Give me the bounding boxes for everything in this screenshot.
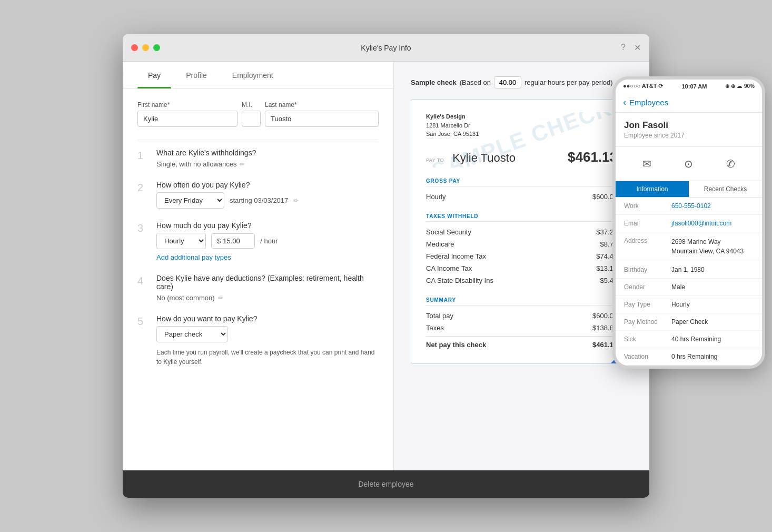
minimize-button[interactable] (142, 44, 149, 51)
tab-pay[interactable]: Pay (137, 62, 171, 88)
tab-profile[interactable]: Profile (175, 62, 217, 88)
right-panel: Sample check (Based on regular hours per… (394, 62, 649, 470)
ca-sdi-label: CA State Disability Ins (426, 277, 493, 284)
employee-since: Employee since 2017 (624, 132, 754, 139)
tab-employment[interactable]: Employment (222, 62, 284, 88)
left-panel: Pay Profile Employment First name* (123, 62, 394, 470)
close-icon[interactable]: ✕ (634, 43, 641, 53)
taxes-summary-label: Taxes (426, 324, 444, 332)
net-pay-label: Net pay this check (426, 341, 486, 349)
pay-type-select[interactable]: Hourly Salary (156, 233, 206, 249)
section-pay-amount: 3 How much do you pay Kylie? Hourly Sala… (137, 221, 379, 261)
ca-sdi-row: CA State Disability Ins $5.40 (426, 274, 617, 287)
pay-to-name: Kylie Tuosto (452, 151, 516, 165)
traffic-lights (131, 44, 160, 51)
section-5-title: How do you want to pay Kylie? (156, 314, 379, 323)
battery-label: ⊕ ⊕ ☁ 90% (725, 83, 755, 89)
phone-contact-icon[interactable]: ✆ (721, 154, 740, 173)
section-3-row: Hourly Salary $ / hour (156, 233, 379, 249)
ss-label: Social Security (426, 228, 471, 236)
check-pay-to-row: PAY TO Kylie Tuosto $461.13 (426, 149, 617, 165)
sick-value: 40 hrs Remaining (671, 336, 754, 343)
vacation-label: Vacation (624, 353, 671, 360)
work-label: Work (624, 202, 671, 210)
back-arrow-icon[interactable]: ‹ (623, 97, 626, 108)
federal-tax-label: Federal Income Tax (426, 252, 486, 260)
main-window: Kylie's Pay Info ? ✕ Pay Profile Employm… (123, 34, 649, 498)
section-5-body: How do you want to pay Kylie? Paper chec… (156, 314, 379, 367)
first-name-label: First name* (137, 101, 237, 109)
federal-tax-row: Federal Income Tax $74.40 (426, 250, 617, 262)
section-1-value: Single, with no allowances ✏ (156, 160, 379, 168)
phone-tab-recent-checks[interactable]: Recent Checks (689, 181, 762, 197)
last-name-input[interactable] (265, 111, 379, 127)
section-2-edit-icon[interactable]: ✏ (293, 197, 299, 204)
mi-input[interactable] (242, 111, 261, 127)
phone-tab-bar: Information Recent Checks (616, 181, 762, 198)
check-amount: $461.13 (568, 149, 617, 165)
section-3-title: How much do you pay Kylie? (156, 221, 379, 230)
titlebar: Kylie's Pay Info ? ✕ (123, 34, 649, 62)
starting-date: starting 03/03/2017 (230, 196, 288, 204)
time-label: 10:07 AM (681, 83, 707, 90)
section-5-row: Paper check Direct deposit (156, 326, 379, 342)
section-deductions: 4 Does Kylie have any deductions? (Examp… (137, 274, 379, 302)
based-on-label: (Based on (460, 78, 491, 86)
address-row: Address 2698 Marine WayMountain View, CA… (616, 232, 762, 261)
maximize-button[interactable] (153, 44, 160, 51)
phone-status-bar: ●●○○○ AT&T ⟳ 10:07 AM ⊕ ⊕ ☁ 90% (616, 80, 762, 93)
gender-value: Male (671, 283, 754, 291)
sample-check-label: Sample check (411, 78, 457, 86)
summary-section: SUMMARY Total pay $600.00 Taxes $138.87 … (426, 297, 617, 351)
pay-rate-input[interactable] (223, 237, 249, 245)
phone-tab-information[interactable]: Information (616, 181, 689, 197)
vacation-value: 0 hrs Remaining (671, 353, 754, 360)
pay-type-value: Hourly (671, 301, 754, 308)
company-address2: San Jose, CA 95131 (426, 130, 617, 139)
bottom-bar: Delete employee (123, 470, 649, 498)
company-name: Kylie's Design (426, 112, 617, 121)
gender-label: Gender (624, 283, 671, 291)
hours-suffix: regular hours per pay period) (524, 78, 613, 86)
frequency-select[interactable]: Every Friday Weekly Bi-weekly Monthly (156, 192, 224, 209)
section-2-title: How often do you pay Kylie? (156, 181, 379, 189)
section-1-edit-icon[interactable]: ✏ (240, 161, 245, 168)
location-contact-icon[interactable]: ⊙ (679, 154, 698, 173)
close-button[interactable] (131, 44, 138, 51)
delete-employee-button[interactable]: Delete employee (358, 480, 413, 488)
work-value[interactable]: 650-555-0102 (671, 202, 754, 210)
email-value[interactable]: jfasoli000@intuit.com (671, 220, 754, 227)
email-contact-icon[interactable]: ✉ (638, 154, 657, 173)
section-4-number: 4 (137, 275, 148, 302)
total-pay-label: Total pay (426, 312, 453, 320)
section-5-number: 5 (137, 316, 148, 367)
section-pay-method: 5 How do you want to pay Kylie? Paper ch… (137, 314, 379, 367)
section-3-number: 3 (137, 222, 148, 261)
check-company-info: Kylie's Design 1281 Marcello Dr San Jose… (426, 112, 617, 139)
dollar-sign: $ (217, 237, 221, 245)
ca-income-tax-row: CA Income Tax $13.17 (426, 262, 617, 274)
help-icon[interactable]: ? (621, 43, 626, 53)
add-pay-types-link[interactable]: Add additional pay types (156, 253, 231, 261)
section-frequency: 2 How often do you pay Kylie? Every Frid… (137, 181, 379, 209)
first-name-input[interactable] (137, 111, 237, 127)
work-row: Work 650-555-0102 (616, 198, 762, 215)
taxes-label: TAXES WITHHELD (426, 213, 617, 222)
pay-method-label: Pay Method (624, 318, 671, 326)
pay-method-select[interactable]: Paper check Direct deposit (156, 326, 228, 342)
employee-name: Jon Fasoli (624, 120, 754, 131)
taxes-summary-row: Taxes $138.87 (426, 322, 617, 334)
hours-input[interactable] (494, 76, 521, 88)
section-2-body: How often do you pay Kylie? Every Friday… (156, 181, 379, 209)
section-4-edit-icon[interactable]: ✏ (218, 294, 223, 302)
pay-amount-input: $ (211, 233, 255, 249)
check-inner: SAMPLE CHECK Kylie's Design 1281 Marcell… (426, 112, 617, 168)
gross-pay-label: GROSS PAY (426, 178, 617, 186)
ca-income-tax-label: CA Income Tax (426, 264, 472, 272)
sick-row: Sick 40 hrs Remaining (616, 331, 762, 348)
sick-label: Sick (624, 336, 671, 343)
name-row: First name* M.I. Last name* (137, 101, 379, 127)
first-name-group: First name* (137, 101, 237, 127)
nav-employees-label[interactable]: Employees (629, 98, 668, 107)
section-1-number: 1 (137, 150, 148, 168)
